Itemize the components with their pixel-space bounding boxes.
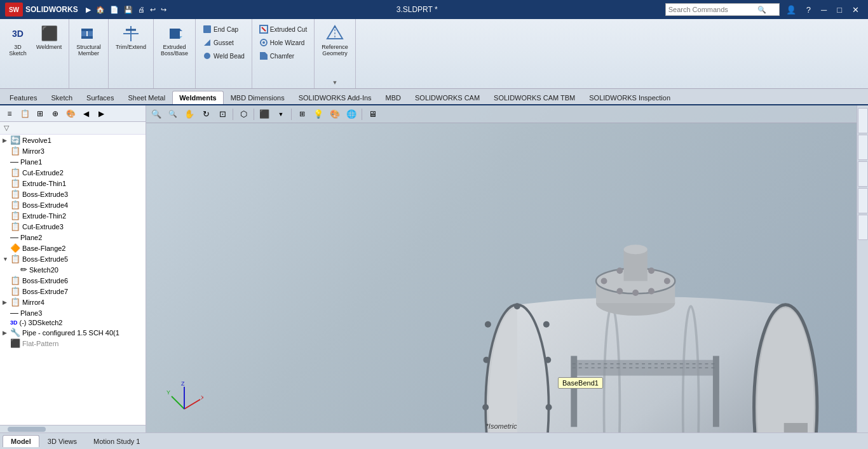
view-settings-btn[interactable]: 🖥 [365,107,380,121]
zoom-in-btn[interactable]: 🔍 [149,107,164,121]
tree-item-plane2[interactable]: — Plane2 [0,232,146,243]
revolve-icon: 🔄 [10,135,20,145]
tab-mbd-dimensions[interactable]: MBD Dimensions [224,91,292,104]
statusbar-tab-motion[interactable]: Motion Study 1 [85,435,148,447]
3d-sketch-btn[interactable]: 3D 3DSketch [4,22,32,58]
tab-features[interactable]: Features [3,91,44,104]
right-panel-btn-2[interactable] [858,135,868,160]
extruded-cut-icon [259,25,268,34]
tree-item-cut-extrude3[interactable]: 📋 Cut-Extrude3 [0,221,146,232]
display-style-btn[interactable]: ⬛ [257,107,272,121]
rotate-btn[interactable]: ↻ [198,107,214,121]
config-manager-btn[interactable]: ⊞ [33,107,47,120]
svg-point-68 [514,303,520,309]
gusset-btn[interactable]: Gusset [200,36,248,49]
tree-item-boss-extrude4[interactable]: 📋 Boss-Extrude4 [0,199,146,210]
right-panel-btn-4[interactable] [858,188,868,213]
svg-text:Y: Y [166,389,170,396]
property-manager-btn[interactable]: 📋 [18,107,32,120]
expand-btn[interactable]: ◀ [79,107,93,120]
display-style-arrow[interactable]: ▼ [273,107,288,121]
tab-mbd[interactable]: MBD [379,91,408,104]
new-quick-btn[interactable]: 📄 [107,4,121,15]
tree-item-sketch20[interactable]: ✏ Sketch20 [0,264,146,275]
print-quick-btn[interactable]: 🖨 [135,4,147,15]
tree-item-mirror3[interactable]: 📋 Mirror3 [0,145,146,156]
weld-bead-btn[interactable]: Weld Bead [200,50,248,62]
appearance-btn[interactable]: 🎨 [327,107,342,121]
right-panel-btn-1[interactable] [858,108,868,133]
tree-item-3dsketch2[interactable]: 3D (-) 3DSketch2 [0,318,146,327]
display-manager-btn[interactable]: 🎨 [64,107,78,120]
zoom-fit-btn[interactable]: ⊡ [215,107,230,121]
tab-sw-inspection[interactable]: SOLIDWORKS Inspection [582,91,677,104]
tree-item-boss-extrude6[interactable]: 📋 Boss-Extrude6 [0,275,146,286]
feature-manager-btn[interactable]: ≡ [3,107,17,120]
svg-point-58 [648,267,654,274]
svg-marker-13 [204,39,210,46]
statusbar-tab-3dviews[interactable]: 3D Views [39,435,85,447]
search-commands-box[interactable]: 🔍 [665,3,780,16]
tree-item-plane1[interactable]: — Plane1 [0,156,146,167]
nav-arrow-button[interactable]: ▶ [83,4,93,15]
feature-tree[interactable]: ▶ 🔄 Revolve1 📋 Mirror3 — Plane1 📋 Cut-Ex… [0,135,146,425]
horizontal-scrollbar[interactable] [0,425,146,432]
search-input[interactable] [668,6,757,13]
tree-item-boss-extrude3[interactable]: 📋 Boss-Extrude3 [0,189,146,199]
hole-wizard-btn[interactable]: Hole Wizard [256,36,310,49]
chamfer-btn[interactable]: Chamfer [256,50,310,62]
zoom-out-btn[interactable]: 🔍 [165,107,180,121]
home-quick-btn[interactable]: 🏠 [93,4,107,15]
tab-solidworks-addins[interactable]: SOLIDWORKS Add-Ins [292,91,379,104]
right-panel-btn-5[interactable] [858,215,868,240]
tab-sw-cam-tbm[interactable]: SOLIDWORKS CAM TBM [487,91,582,104]
tree-item-boss-extrude7[interactable]: 📋 Boss-Extrude7 [0,286,146,297]
search-icon: 🔍 [757,6,766,14]
lighting-btn[interactable]: 💡 [311,107,326,121]
redo-quick-btn[interactable]: ↪ [158,4,169,15]
tab-weldments[interactable]: Weldments [172,91,223,104]
tab-sw-cam[interactable]: SOLIDWORKS CAM [408,91,487,104]
structural-member-btn[interactable]: StructuralMember [73,22,104,58]
save-quick-btn[interactable]: 💾 [121,4,135,15]
maximize-btn[interactable]: □ [833,4,846,16]
close-btn[interactable]: ✕ [848,4,863,16]
right-panel-btn-3[interactable] [858,161,868,187]
end-cap-btn[interactable]: End Cap [200,23,248,36]
tree-item-cut-extrude2[interactable]: 📋 Cut-Extrude2 [0,167,146,178]
tab-surfaces[interactable]: Surfaces [79,91,121,104]
weldment-btn[interactable]: ⬛ Weldment [33,22,65,52]
tree-item-revolve1[interactable]: ▶ 🔄 Revolve1 [0,135,146,145]
collapse-btn[interactable]: ▶ [94,107,108,120]
pan-btn[interactable]: ✋ [182,107,197,121]
minimize-btn[interactable]: ─ [817,4,831,16]
tree-item-flat-pattern[interactable]: ⬛ Flat-Pattern [0,338,146,349]
tab-sheet-metal[interactable]: Sheet Metal [121,91,172,104]
pipe-icon: 🔧 [10,328,20,337]
extruded-boss-btn[interactable]: ExtrudedBoss/Base [158,22,191,58]
tree-item-plane3[interactable]: — Plane3 [0,307,146,318]
tree-item-extrude-thin1[interactable]: 📋 Extrude-Thin1 [0,178,146,189]
tree-item-boss-extrude5[interactable]: ▼ 📋 Boss-Extrude5 [0,253,146,264]
tree-item-pipe[interactable]: ▶ 🔧 Pipe - configured 1.5 SCH 40(1 [0,327,146,338]
statusbar-tab-model[interactable]: Model [3,435,39,447]
scenes-btn[interactable]: 🌐 [344,107,359,121]
undo-quick-btn[interactable]: ↩ [147,4,158,15]
user-icon-btn[interactable]: 👤 [782,4,800,16]
trim-extend-btn[interactable]: Trim/Extend [112,22,149,52]
ribbon-group-reference: ReferenceGeometry ▼ [315,19,356,88]
3d-viewport[interactable]: 🔍 🔍 ✋ ↻ ⊡ ⬡ ⬛ ▼ ⊞ 💡 🎨 🌐 🖥 [146,105,857,432]
help-btn[interactable]: ? [803,4,815,16]
tab-sketch[interactable]: Sketch [44,91,79,104]
dimxpert-btn[interactable]: ⊕ [48,107,62,120]
tree-item-extrude-thin2[interactable]: 📋 Extrude-Thin2 [0,210,146,221]
boss-icon: 📋 [10,276,20,285]
reference-geometry-btn[interactable]: ReferenceGeometry [318,22,351,58]
extruded-cut-btn[interactable]: Extruded Cut [256,23,310,36]
view-orient-btn[interactable]: ⬡ [236,107,251,121]
view-cube-btn[interactable]: ⊞ [294,107,309,121]
tree-item-base-flange2[interactable]: 🔶 Base-Flange2 [0,243,146,253]
scroll-thumb[interactable] [8,427,46,432]
tree-item-mirror4[interactable]: ▶ 📋 Mirror4 [0,297,146,307]
extruded-boss-icon [165,23,185,44]
